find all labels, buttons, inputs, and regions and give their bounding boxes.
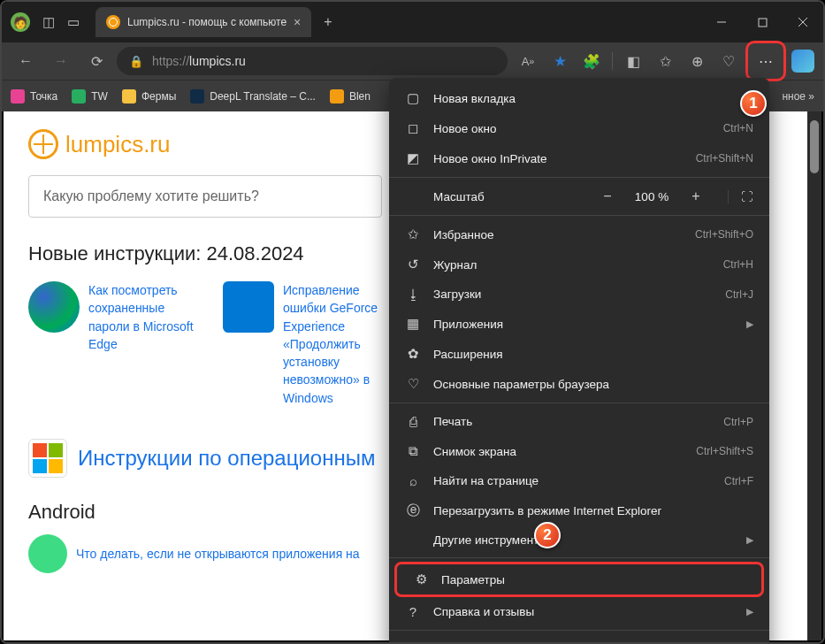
zoom-in-button[interactable]: + — [684, 188, 708, 204]
article-link[interactable]: Исправление ошибки GeForce Experience «П… — [283, 281, 400, 407]
heart-icon: ♡ — [405, 376, 421, 392]
favorite-star-icon[interactable]: ★ — [545, 46, 575, 76]
collections-icon[interactable]: ⊕ — [682, 46, 712, 76]
workspaces-icon[interactable]: ◫ — [42, 14, 55, 30]
copilot-icon[interactable] — [791, 50, 814, 73]
ie-icon: ⓔ — [405, 502, 421, 519]
menu-new-window[interactable]: ◻Новое окноCtrl+N — [389, 113, 769, 143]
search-input[interactable]: Какую проблему хотите решить? — [28, 175, 382, 218]
menu-button-highlight: ⋯ — [745, 41, 786, 81]
apps-icon: ▦ — [405, 316, 421, 332]
menu-separator — [389, 215, 769, 216]
bookmark-favicon — [72, 89, 86, 104]
bookmark-item[interactable]: Фермы — [122, 89, 176, 104]
app-menu-button[interactable]: ⋯ — [750, 45, 782, 77]
article-card[interactable]: Исправление ошибки GeForce Experience «П… — [223, 281, 400, 407]
gear-icon: ⚙ — [413, 571, 429, 587]
title-bar: 🧑 ◫ ▭ Lumpics.ru - помощь с компьюте × + — [2, 2, 823, 42]
menu-screenshot[interactable]: ⧉Снимок экранаCtrl+Shift+S — [389, 436, 769, 466]
os-grid-icon — [28, 439, 67, 478]
app-menu-dropdown: ▢Новая вкладка ◻Новое окноCtrl+N ◩Новое … — [389, 78, 769, 644]
menu-essentials[interactable]: ♡Основные параметры браузера — [389, 369, 769, 399]
menu-history[interactable]: ↺ЖурналCtrl+H — [389, 249, 769, 280]
tab-favicon — [106, 15, 120, 29]
print-icon: ⎙ — [405, 414, 421, 429]
tab-title: Lumpics.ru - помощь с компьюте — [127, 16, 286, 28]
wellness-icon[interactable]: ♡ — [714, 46, 744, 76]
menu-ie-mode[interactable]: ⓔПерезагрузить в режиме Internet Explore… — [389, 495, 769, 526]
split-screen-icon[interactable]: ◧ — [618, 46, 648, 76]
profile-avatar[interactable]: 🧑 — [11, 12, 30, 32]
bookmark-favicon — [190, 89, 204, 104]
bookmark-item[interactable]: TW — [72, 89, 108, 104]
tab-actions-icon[interactable]: ▭ — [67, 14, 80, 30]
bookmark-favicon — [330, 89, 344, 104]
new-tab-icon: ▢ — [405, 90, 421, 106]
bookmark-item[interactable]: Точка — [11, 89, 57, 104]
annotation-badge-1: 1 — [740, 90, 767, 117]
scrollbar[interactable] — [807, 111, 821, 640]
menu-apps[interactable]: ▦Приложения▶ — [389, 309, 769, 339]
url-text: https://lumpics.ru — [152, 54, 246, 68]
puzzle-icon: ✿ — [405, 346, 421, 362]
chevron-right-icon: ▶ — [746, 318, 753, 330]
menu-extensions[interactable]: ✿Расширения — [389, 339, 769, 369]
read-aloud-icon[interactable]: A» — [513, 46, 543, 76]
maximize-button[interactable] — [742, 2, 783, 42]
menu-downloads[interactable]: ⭳ЗагрузкиCtrl+J — [389, 280, 769, 309]
history-icon: ↺ — [405, 257, 421, 272]
article-link[interactable]: Что делать, если не открываются приложен… — [76, 547, 360, 561]
close-window-button[interactable] — [783, 2, 823, 42]
bookmark-favicon — [122, 89, 136, 104]
browser-tab[interactable]: Lumpics.ru - помощь с компьюте × — [95, 7, 311, 37]
bookmark-favicon — [11, 89, 25, 104]
menu-settings-highlight: ⚙Параметры — [394, 562, 764, 597]
menu-zoom: Масштаб − 100 % + ⛶ — [389, 181, 769, 211]
inprivate-icon: ◩ — [405, 150, 421, 166]
favorites-hub-icon[interactable]: ✩ — [650, 46, 680, 76]
forward-button: → — [46, 46, 76, 76]
bookmark-item[interactable]: DeepL Translate – С... — [190, 89, 316, 104]
svg-rect-1 — [759, 19, 767, 27]
window-icon: ◻ — [405, 120, 421, 136]
menu-favorites[interactable]: ✩ИзбранноеCtrl+Shift+O — [389, 219, 769, 249]
menu-new-tab[interactable]: ▢Новая вкладка — [389, 83, 769, 113]
minimize-button[interactable] — [701, 2, 742, 42]
fullscreen-icon[interactable]: ⛶ — [728, 190, 753, 203]
close-icon[interactable]: × — [294, 15, 301, 29]
menu-settings[interactable]: ⚙Параметры — [397, 564, 761, 594]
menu-separator — [389, 177, 769, 178]
refresh-button[interactable]: ⟳ — [81, 46, 111, 76]
os-heading[interactable]: Инструкции по операционным — [78, 446, 375, 471]
menu-separator — [389, 630, 769, 631]
new-tab-button[interactable]: + — [324, 14, 332, 30]
edge-icon — [28, 281, 80, 333]
download-icon: ⭳ — [405, 287, 421, 302]
menu-help[interactable]: ?Справка и отзывы▶ — [389, 597, 769, 626]
lock-icon[interactable]: 🔒 — [129, 55, 143, 68]
article-link[interactable]: Как посмотреть сохраненные пароли в Micr… — [88, 281, 205, 407]
star-icon: ✩ — [405, 226, 421, 242]
menu-print[interactable]: ⎙ПечатьCtrl+P — [389, 407, 769, 436]
extensions-icon[interactable]: 🧩 — [577, 46, 607, 76]
android-icon — [28, 534, 67, 573]
help-icon: ? — [405, 604, 421, 619]
menu-close-edge[interactable]: Закрыть Microsoft Edge — [389, 634, 769, 644]
chevron-right-icon: ▶ — [746, 606, 753, 617]
back-button[interactable]: ← — [11, 46, 41, 76]
chevron-right-icon: ▶ — [746, 534, 753, 546]
zoom-out-button[interactable]: − — [595, 188, 620, 204]
article-card[interactable]: Как посмотреть сохраненные пароли в Micr… — [28, 281, 205, 407]
bookmark-overflow[interactable]: нное » — [782, 90, 814, 103]
scrollbar-thumb[interactable] — [810, 120, 819, 173]
menu-more-tools[interactable]: Другие инструменты▶ — [389, 526, 769, 554]
address-bar[interactable]: 🔒 https://lumpics.ru — [117, 47, 508, 75]
bookmark-item[interactable]: Blen — [330, 89, 370, 104]
logo-icon — [28, 129, 58, 159]
menu-separator — [389, 402, 769, 403]
menu-separator — [389, 557, 769, 558]
annotation-badge-2: 2 — [534, 522, 561, 548]
screenshot-icon: ⧉ — [405, 443, 421, 459]
menu-find[interactable]: ⌕Найти на страницеCtrl+F — [389, 466, 769, 495]
menu-inprivate[interactable]: ◩Новое окно InPrivateCtrl+Shift+N — [389, 143, 769, 173]
